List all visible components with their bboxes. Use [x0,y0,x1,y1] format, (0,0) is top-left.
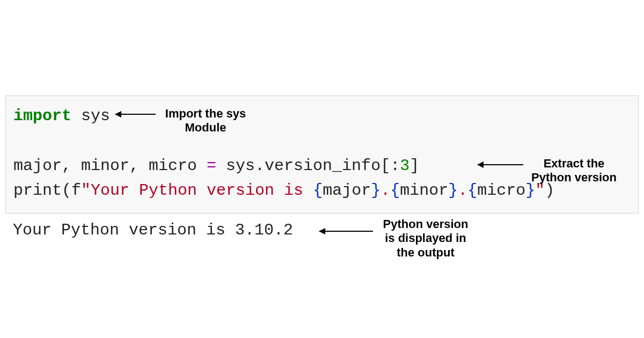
interp-micro: micro [477,181,525,200]
brace-open-3: { [467,181,477,200]
annotation-output-line1: Python version [377,217,474,231]
fstring-prefix: f [71,181,81,200]
annotation-import-line1: Import the sys [160,107,251,121]
module-sys: sys [81,107,110,125]
bracket-close: ] [409,157,419,175]
annotation-output-line3: the output [377,246,474,260]
annotation-extract: Extract the Python version [527,157,621,185]
brace-open-2: { [390,181,400,200]
code-line-1: import sys [13,104,631,129]
output-text: Your Python version is 3.10.2 [13,221,293,239]
dot-1: . [380,181,390,200]
string-text: Your Python version is [91,181,313,200]
brace-close-1: } [371,181,380,200]
tuple-vars: major, minor, micro [13,157,207,175]
paren-open: ( [62,181,71,200]
interp-major: major [323,181,371,200]
print-fn: print [13,181,62,200]
equals-operator: = [207,157,216,175]
annotation-import: Import the sys Module [160,107,251,135]
arrow-icon [478,164,523,165]
code-block: import sys major, minor, micro = sys.ver… [5,95,639,214]
version-info-expr: sys.version_info[: [216,157,400,175]
space [71,107,81,125]
arrow-icon [319,231,373,232]
annotation-extract-line2: Python version [527,171,621,185]
annotation-import-line2: Module [160,121,251,135]
annotation-extract-line1: Extract the [527,157,621,171]
annotation-output: Python version is displayed in the outpu… [377,217,474,260]
interp-minor: minor [400,181,448,200]
keyword-import: import [13,107,71,125]
arrow-icon [115,114,156,115]
annotation-output-line2: is displayed in [377,231,474,245]
brace-open-1: { [313,181,323,200]
brace-close-2: } [448,181,458,200]
slice-number: 3 [400,157,409,175]
dot-2: . [458,181,467,200]
quote-open: " [81,181,91,200]
blank-line [13,129,631,153]
